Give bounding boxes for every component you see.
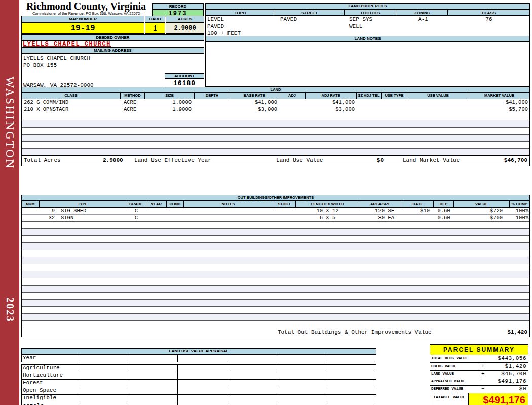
summary-value: $491,176	[498, 378, 526, 385]
taxable-value: $491,176	[469, 393, 528, 405]
summary-value: $443,056	[498, 355, 526, 362]
district-sidebar: WASHINGTON 2023	[0, 0, 19, 405]
summary-value: $0	[519, 386, 526, 392]
appraisal-label: Forest	[22, 380, 79, 387]
column-header-utilities: UTILITIES	[345, 10, 397, 16]
land-use-appraisal-table: LAND USE VALUE APPRAISAL Year Agricultur…	[21, 348, 376, 405]
street-value: PAVED	[276, 16, 345, 23]
ob-cell-area-size: 30 EA	[359, 215, 402, 221]
ob-cell-length-width: 10 X 12	[296, 208, 359, 214]
ob-col-value: VALUE	[454, 201, 510, 207]
summary-row-total-bldg: TOTAL BLDG VALUE $443,056	[430, 355, 528, 363]
mailing-line-2: PO BOX 155	[23, 62, 204, 69]
ob-cell-area-size: 120 SF	[359, 208, 402, 214]
land-notes-label: LAND NOTES	[205, 36, 530, 42]
column-header-street: STREET	[275, 10, 345, 16]
map-number-value: 19-19	[21, 22, 144, 34]
mailing-line-1: LYELLS CHAPEL CHURCH	[23, 55, 204, 62]
appraisal-label: Horticulture	[22, 372, 79, 379]
map-number-label: MAP NUMBER	[21, 16, 144, 22]
summary-operator: −	[481, 386, 485, 392]
county-header: Richmond County, Virginia Commissioner o…	[22, 1, 150, 15]
acres-label: ACRES	[166, 16, 204, 22]
land-cell-market-value: $41,000	[469, 99, 529, 106]
land-use-value: $0	[346, 156, 384, 165]
out-buildings-table: OUT BUILDINGS/OTHER IMPROVEMENTS NUM TYP…	[21, 195, 530, 337]
appraisal-label: Ineligible	[22, 395, 79, 402]
summary-label: DEFERRED VALUE	[430, 386, 480, 393]
column-header-class: CLASS	[448, 10, 530, 16]
land-cell-class: 210 X OPNSTACR	[22, 106, 121, 113]
land-table-column-headers: CLASS METHOD SIZE DEPTH BASE RATE ADJ AD…	[22, 93, 529, 99]
ob-cell-type: STG SHED	[55, 208, 126, 214]
summary-label: LAND VALUE	[430, 371, 480, 378]
land-table-title: LAND	[22, 87, 529, 93]
zoning-value: A-1	[398, 16, 448, 23]
land-properties-title: LAND PROPERTIES	[205, 3, 530, 10]
land-col-use-type: USE TYPE	[382, 93, 407, 99]
appraisal-row-agriculture: Agriculture	[22, 364, 376, 372]
ob-cell-dep: 0.60	[434, 215, 454, 221]
ob-cell-year	[146, 208, 167, 214]
land-col-sz-adj-tbl: SZ ADJ TBL	[357, 93, 382, 99]
land-cell-use-value	[407, 106, 469, 113]
ob-cell-grade: C	[126, 208, 146, 214]
summary-label: TOTAL BLDG VALUE	[430, 355, 480, 362]
appraisal-body-block: Agriculture Horticulture Forest Open Spa…	[21, 364, 376, 405]
land-cell-depth	[195, 99, 230, 106]
summary-value: $46,700	[501, 371, 526, 377]
ob-col-rate: RATE	[402, 201, 434, 207]
summary-row-obldg: OBLDG VALUE + $1,420	[430, 363, 528, 371]
parcel-summary-title: PARCEL SUMMARY	[430, 345, 528, 355]
land-use-value-label: Land Use Value	[276, 156, 323, 165]
account-label: ACCOUNT	[165, 73, 204, 79]
ob-col-type: TYPE	[40, 201, 126, 207]
record-label: RECORD	[152, 3, 204, 10]
land-cell-depth	[195, 106, 230, 113]
ob-col-area-size: AREA/SIZE	[359, 201, 402, 207]
card-label: CARD	[145, 16, 165, 22]
ob-col-dep: DEP	[434, 201, 454, 207]
appraisal-row-year: Year	[22, 355, 376, 362]
land-cell-sz-adj-tbl	[357, 106, 382, 113]
tax-year: 2023	[4, 297, 16, 322]
land-col-use-value: USE VALUE	[407, 93, 469, 99]
appraisal-row-forest: Forest	[22, 379, 376, 387]
land-col-size: SIZE	[145, 93, 195, 99]
ob-cell-notes	[184, 208, 273, 214]
out-buildings-title: OUT BUILDINGS/OTHER IMPROVEMENTS	[22, 195, 529, 201]
ob-cell-value: $720	[454, 208, 510, 214]
topo-value: PAVED	[206, 23, 276, 30]
ob-col-year: YEAR	[146, 201, 167, 207]
class-value: 76	[448, 16, 529, 23]
land-cell-use-type	[382, 99, 407, 106]
ob-cell-num: 32	[22, 215, 55, 221]
appraisal-row-open-space: Open Space	[22, 387, 376, 394]
district-name: WASHINGTON	[3, 77, 16, 170]
ob-cell-grade: C	[126, 215, 146, 221]
out-building-row: 9 STG SHED C 10 X 12 120 SF $10 0.60 $72…	[22, 208, 529, 214]
land-properties-values: LEVEL PAVED SEP SYS A-1 76 PAVED WELL 10…	[205, 16, 530, 38]
land-empty-rows	[22, 113, 529, 155]
land-properties-section: LAND PROPERTIES TOPO STREET UTILITIES ZO…	[205, 3, 530, 38]
appraisal-label: Open Space	[22, 387, 79, 394]
ob-col-grade: GRADE	[126, 201, 146, 207]
land-row: 262 G COMM/IND ACRE 1.0000 $41,000 $41,0…	[22, 99, 529, 106]
ob-col-cond: COND	[167, 201, 184, 207]
land-use-appraisal-title: LAND USE VALUE APPRAISAL	[21, 348, 376, 355]
land-col-depth: DEPTH	[195, 93, 230, 99]
ob-cell-notes	[184, 215, 273, 221]
ob-cell-num: 9	[22, 208, 55, 214]
land-cell-class: 262 G COMM/IND	[22, 99, 121, 106]
column-header-zoning: ZONING	[397, 10, 448, 16]
ob-cell-pct-comp: 100%	[510, 215, 529, 221]
card-value: 1	[145, 22, 165, 34]
appraisal-row-totals: Totals	[22, 402, 376, 405]
land-col-adj-rate: ADJ RATE	[306, 93, 357, 99]
land-table: LAND CLASS METHOD SIZE DEPTH BASE RATE A…	[21, 87, 530, 166]
ob-cell-year	[146, 215, 167, 221]
total-acres-value: 2.9000	[103, 156, 123, 165]
ob-cell-type: SIGN	[55, 215, 126, 221]
summary-row-land: LAND VALUE + $46,700	[430, 371, 528, 378]
land-cell-method: ACRE	[121, 99, 145, 106]
